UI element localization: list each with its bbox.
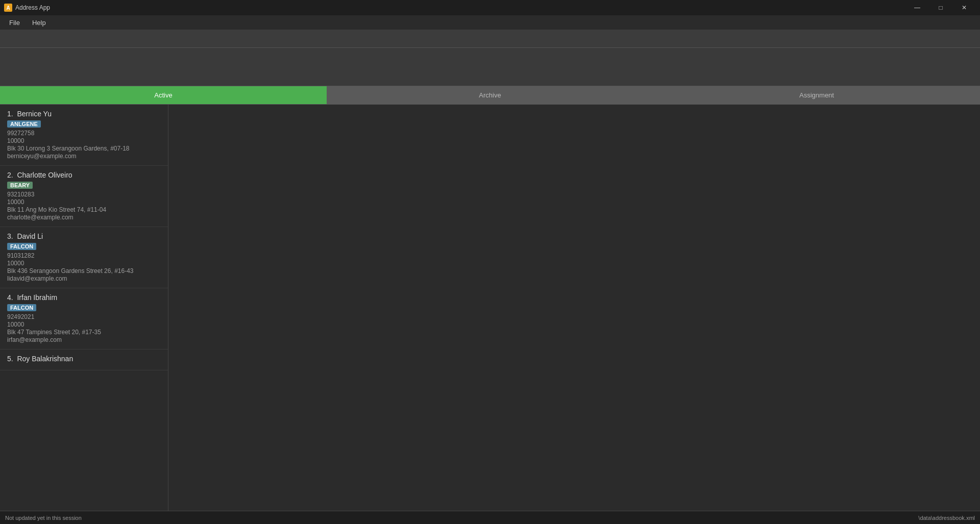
detail-panel — [168, 105, 980, 511]
contact-phone: 93210283 — [7, 191, 161, 198]
contact-email: irfan@example.com — [7, 336, 161, 343]
status-right: \data\addressbook.xml — [918, 515, 975, 521]
contact-tag: FALCON — [7, 243, 36, 250]
maximize-button[interactable]: □ — [929, 0, 952, 15]
minimize-button[interactable]: — — [905, 0, 929, 15]
search-bar — [0, 30, 980, 48]
contact-address: Blk 30 Lorong 3 Serangoon Gardens, #07-1… — [7, 145, 161, 152]
menu-help[interactable]: Help — [27, 17, 51, 29]
tab-assignment[interactable]: Assignment — [653, 86, 980, 104]
contact-phone: 92492021 — [7, 313, 161, 320]
contact-card[interactable]: 4. Irfan IbrahimFALCON9249202110000Blk 4… — [0, 288, 168, 350]
contact-name: 3. David Li — [7, 232, 161, 240]
contact-card[interactable]: 3. David LiFALCON9103128210000Blk 436 Se… — [0, 227, 168, 288]
contact-phone: 91031282 — [7, 252, 161, 259]
contact-card[interactable]: 5. Roy Balakrishnan — [0, 350, 168, 370]
contact-tag: BEARY — [7, 182, 33, 189]
search-input[interactable] — [5, 35, 975, 43]
app-icon: A — [4, 4, 12, 12]
app-icon-letter: A — [6, 5, 10, 11]
contact-tag: ANLGENE — [7, 120, 41, 128]
contact-postal: 10000 — [7, 137, 161, 144]
contact-name: 1. Bernice Yu — [7, 110, 161, 118]
menu-file[interactable]: File — [4, 17, 25, 29]
contact-list: 1. Bernice YuANLGENE9927275810000Blk 30 … — [0, 105, 168, 511]
menu-bar: File Help — [0, 15, 980, 30]
contact-postal: 10000 — [7, 321, 161, 328]
status-left: Not updated yet in this session — [5, 515, 82, 521]
contact-email: lidavid@example.com — [7, 275, 161, 282]
contact-phone: 99272758 — [7, 130, 161, 137]
tab-bar: Active Archive Assignment — [0, 86, 980, 105]
contact-address: Blk 47 Tampines Street 20, #17-35 — [7, 329, 161, 336]
contact-name: 4. Irfan Ibrahim — [7, 293, 161, 302]
main-split: 1. Bernice YuANLGENE9927275810000Blk 30 … — [0, 105, 980, 511]
title-bar-left: A Address App — [4, 4, 50, 12]
contact-name: 2. Charlotte Oliveiro — [7, 171, 161, 179]
title-bar: A Address App — □ ✕ — [0, 0, 980, 15]
tab-archive[interactable]: Archive — [327, 86, 653, 104]
app-title: Address App — [15, 4, 50, 11]
contact-address: Blk 11 Ang Mo Kio Street 74, #11-04 — [7, 206, 161, 213]
content-area: Active Archive Assignment 1. Bernice YuA… — [0, 48, 980, 511]
tab-active[interactable]: Active — [0, 86, 327, 104]
close-button[interactable]: ✕ — [952, 0, 976, 15]
contact-postal: 10000 — [7, 198, 161, 206]
window-controls: — □ ✕ — [905, 0, 976, 15]
contact-postal: 10000 — [7, 260, 161, 267]
contact-email: charlotte@example.com — [7, 214, 161, 221]
contact-card[interactable]: 2. Charlotte OliveiroBEARY9321028310000B… — [0, 166, 168, 227]
info-panel — [0, 48, 980, 86]
contact-card[interactable]: 1. Bernice YuANLGENE9927275810000Blk 30 … — [0, 105, 168, 166]
status-bar: Not updated yet in this session \data\ad… — [0, 511, 980, 524]
contact-tag: FALCON — [7, 304, 36, 311]
contact-email: berniceyu@example.com — [7, 153, 161, 160]
contact-address: Blk 436 Serangoon Gardens Street 26, #16… — [7, 267, 161, 275]
contact-name: 5. Roy Balakrishnan — [7, 355, 161, 363]
